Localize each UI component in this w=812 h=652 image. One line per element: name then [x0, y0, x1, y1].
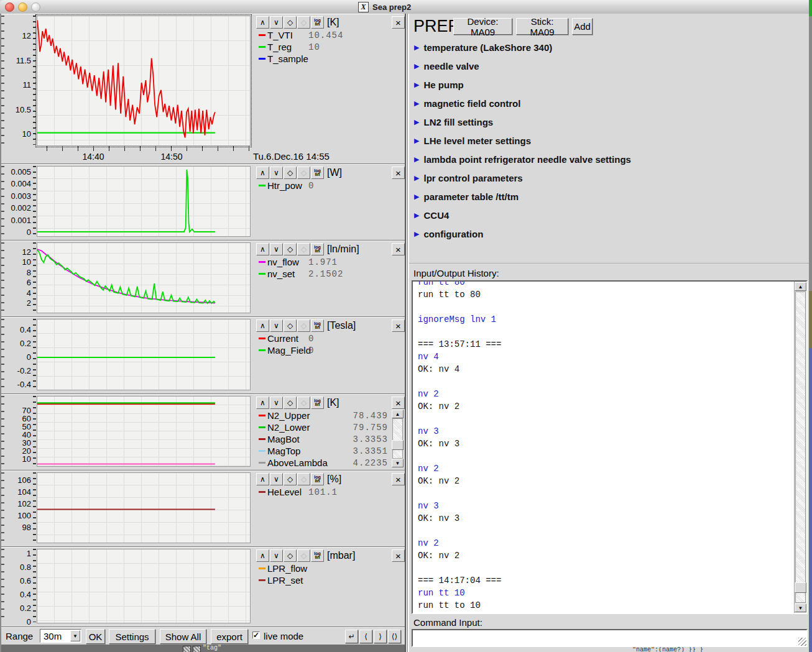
window-titlebar[interactable]: X Sea prep2	[0, 0, 812, 14]
autoscale-button[interactable]: ◇	[284, 473, 297, 485]
expand-triangle-icon[interactable]: ▶	[414, 44, 419, 51]
expand-triangle-icon[interactable]: ▶	[414, 100, 419, 107]
resize-grip-icon[interactable]	[798, 638, 806, 646]
log-lin-toggle-button[interactable]: loglin	[311, 549, 324, 562]
pan-down-button[interactable]: ∨	[270, 473, 283, 485]
menu-item-lhe[interactable]: ▶LHe level meter settings	[414, 134, 531, 147]
close-window-button[interactable]	[5, 2, 14, 12]
jump-to-latest-button[interactable]: ↵	[345, 630, 358, 643]
scroll-down-button[interactable]: ▼	[392, 459, 404, 467]
zoom-y-button[interactable]: ◇	[297, 243, 310, 255]
heater-power-plot[interactable]	[37, 166, 251, 237]
close-panel-button[interactable]: ×	[392, 167, 405, 179]
scroll-up-button[interactable]: ▲	[795, 282, 806, 291]
autoscale-button[interactable]: ◇	[284, 549, 297, 562]
temperature-plot[interactable]	[37, 16, 251, 146]
device-button[interactable]: Device: MA09	[453, 18, 512, 35]
expand-triangle-icon[interactable]: ▶	[414, 193, 419, 200]
menu-item-temperature[interactable]: ▶temperature (LakeShore 340)	[414, 41, 552, 53]
settings-button[interactable]: Settings	[109, 629, 155, 644]
helium-level-plot[interactable]	[37, 472, 251, 543]
log-lin-toggle-button[interactable]: loglin	[311, 397, 324, 409]
menu-item-magnetic[interactable]: ▶magnetic field control	[414, 97, 520, 109]
range-select[interactable]: 30m ▼	[40, 629, 81, 643]
log-lin-toggle-button[interactable]: loglin	[311, 243, 324, 255]
log-lin-toggle-button[interactable]: loglin	[311, 473, 324, 485]
scrollbar-thumb[interactable]	[392, 440, 404, 450]
history-scrollbar[interactable]: ▲ ▼	[794, 282, 806, 613]
minimize-window-button[interactable]	[18, 2, 27, 12]
autoscale-button[interactable]: ◇	[284, 397, 297, 409]
zoom-y-button[interactable]: ◇	[297, 549, 310, 562]
close-panel-button[interactable]: ×	[392, 473, 405, 485]
zoom-y-button[interactable]: ◇	[297, 167, 310, 179]
expand-triangle-icon[interactable]: ▶	[414, 156, 419, 163]
page-right-button[interactable]: ⟩	[374, 630, 387, 643]
pan-up-button[interactable]: ∧	[256, 473, 269, 485]
autoscale-button[interactable]: ◇	[284, 167, 297, 179]
pan-up-button[interactable]: ∧	[256, 319, 269, 332]
scrollbar-trough[interactable]	[795, 292, 806, 603]
cryostat-temperatures-plot[interactable]	[37, 396, 251, 467]
pan-up-button[interactable]: ∧	[256, 549, 269, 562]
close-panel-button[interactable]: ×	[392, 243, 405, 255]
page-left-button[interactable]: ⟨	[359, 630, 372, 643]
menu-item-ccu4[interactable]: ▶CCU4	[414, 209, 449, 221]
menu-item-ln2[interactable]: ▶LN2 fill settings	[414, 116, 493, 128]
close-panel-button[interactable]: ×	[392, 397, 405, 409]
stick-button[interactable]: Stick: MA09	[516, 18, 568, 35]
pan-up-button[interactable]: ∧	[256, 243, 269, 255]
pan-down-button[interactable]: ∨	[270, 243, 283, 255]
autoscale-button[interactable]: ◇	[284, 319, 297, 332]
pan-down-button[interactable]: ∨	[270, 167, 283, 179]
zoom-window-button[interactable]	[31, 2, 40, 12]
pan-down-button[interactable]: ∨	[270, 397, 283, 409]
menu-item-he[interactable]: ▶He pump	[414, 78, 464, 91]
pan-down-button[interactable]: ∨	[270, 319, 283, 332]
close-panel-button[interactable]: ×	[392, 16, 405, 29]
pan-down-button[interactable]: ∨	[270, 16, 283, 29]
combo-dropdown-icon[interactable]: ▼	[70, 630, 80, 641]
pan-up-button[interactable]: ∧	[256, 16, 269, 29]
menu-item-needle[interactable]: ▶needle valve	[414, 60, 479, 72]
log-lin-toggle-button[interactable]: loglin	[311, 319, 324, 332]
command-input-field[interactable]	[414, 631, 790, 646]
menu-item-configuration[interactable]: ▶configuration	[414, 227, 483, 240]
add-button[interactable]: Add	[572, 18, 593, 35]
lpr-pressure-plot[interactable]	[37, 549, 251, 623]
expand-triangle-icon[interactable]: ▶	[414, 175, 419, 181]
zoom-y-button[interactable]: ◇	[297, 473, 310, 485]
live-mode-checkbox[interactable]: ✓	[252, 631, 260, 639]
close-panel-button[interactable]: ×	[392, 319, 405, 332]
scrollbar-trough[interactable]	[392, 418, 403, 459]
expand-triangle-icon[interactable]: ▶	[414, 137, 419, 144]
magnetic-field-plot[interactable]	[37, 319, 251, 390]
pan-up-button[interactable]: ∧	[256, 397, 269, 409]
expand-triangle-icon[interactable]: ▶	[414, 231, 419, 237]
expand-triangle-icon[interactable]: ▶	[414, 119, 419, 126]
scroll-down-button[interactable]: ▼	[795, 604, 806, 612]
zoom-x-button[interactable]: ⟨⟩	[388, 630, 401, 643]
log-lin-toggle-button[interactable]: loglin	[311, 167, 324, 179]
export-button[interactable]: export	[211, 629, 248, 644]
menu-item-lambda[interactable]: ▶lambda point refrigerator needle valve …	[414, 153, 631, 165]
expand-triangle-icon[interactable]: ▶	[414, 81, 419, 88]
zoom-y-button[interactable]: ◇	[297, 16, 310, 29]
command-input-box[interactable]	[412, 629, 808, 647]
menu-item-parameter[interactable]: ▶parameter table /tt/tm	[414, 190, 519, 203]
pan-down-button[interactable]: ∨	[270, 549, 283, 562]
close-panel-button[interactable]: ×	[392, 549, 405, 562]
zoom-y-button[interactable]: ◇	[297, 319, 310, 332]
scrollbar-thumb[interactable]	[795, 582, 806, 593]
ok-button[interactable]: OK	[86, 629, 105, 644]
io-history-textarea[interactable]: run tt 80run tt to 80ignoreMsg lnv 1=== …	[412, 280, 808, 614]
log-lin-toggle-button[interactable]: loglin	[311, 16, 324, 29]
show-all-button[interactable]: Show All	[160, 629, 206, 644]
autoscale-button[interactable]: ◇	[284, 16, 297, 29]
zoom-y-button[interactable]: ◇	[297, 397, 310, 409]
menu-item-lpr[interactable]: ▶lpr control parameters	[414, 172, 523, 184]
expand-triangle-icon[interactable]: ▶	[414, 212, 419, 219]
expand-triangle-icon[interactable]: ▶	[414, 63, 419, 70]
needle-valve-flow-plot[interactable]	[37, 242, 251, 313]
pan-up-button[interactable]: ∧	[256, 167, 269, 179]
